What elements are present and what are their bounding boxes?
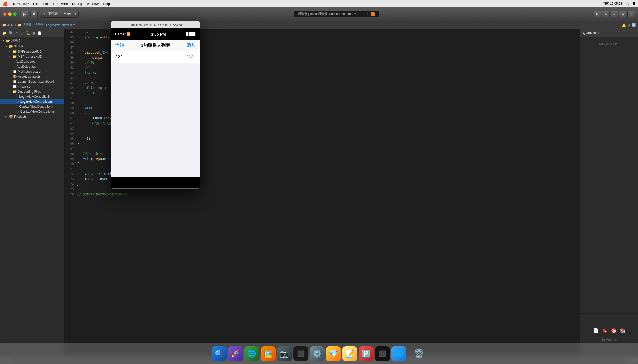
minimize-button[interactable] (8, 12, 12, 16)
editor-toggle[interactable]: ⊞ (594, 11, 601, 18)
close-button[interactable] (3, 12, 7, 16)
maximize-button[interactable] (13, 12, 17, 16)
menu-edit[interactable]: Edit (43, 2, 49, 6)
run-button[interactable]: ▶ (21, 11, 28, 18)
nav-grid-icon[interactable]: ⊞ (14, 23, 17, 27)
qh-reference-icon[interactable]: 📚 (620, 328, 626, 334)
menubar: 🍎 Simulator File Edit Hardware Debug Win… (0, 0, 638, 7)
nav-bar: 📁 ◀ ▶ ⊞ 📁 通讯录 › 通讯录 › LoginViewControlle… (0, 21, 638, 29)
sidebar-item-infoplist[interactable]: ▶ 📄 Info.plist (0, 84, 64, 89)
nav-refresh-icon[interactable]: 🔄 (632, 23, 636, 27)
sidebar-item-loginvc-m[interactable]: ▶ m LoginViewController.m (0, 99, 64, 104)
navigator-debug-icon[interactable]: 🐛 (26, 31, 30, 35)
sidebar-icons: 📁 🔍 ⚠ ▷ 🐛 ◆ 📋 (0, 29, 64, 37)
apple-menu[interactable]: 🍎 (3, 1, 8, 6)
quick-help-header: Quick Help (580, 29, 638, 37)
qh-target-icon[interactable]: 🎯 (611, 328, 617, 334)
xcode-main: 📁 🔍 ⚠ ▷ 🐛 ◆ 📋 ▼ 📂 通讯录 ▼ 📂 通讯录 (0, 29, 638, 356)
dock-trash[interactable]: 🗑️ (412, 346, 426, 361)
sidebar-item-main-storyboard[interactable]: ▶ 📋 Main.storyboard (0, 69, 64, 74)
simulator-body: Carrier 📶 3:05 PM ▉▉▉▉ 注销 1的联系人列表 添加 222… (111, 28, 200, 188)
menu-file[interactable]: File (33, 2, 39, 6)
menu-hardware[interactable]: Hardware (53, 2, 68, 6)
qh-doc-icon[interactable]: 📄 (593, 328, 599, 334)
dock-notes[interactable]: 📝 (342, 346, 357, 361)
menubar-datetime: 周三 15:05:58 (603, 2, 622, 6)
xcode-toolbar: ▶ ⏹ 🏃 通讯录 › iPhone 6s 通讯录 | Build 通讯录: S… (0, 7, 638, 21)
navigator-breakpoint-icon[interactable]: ◆ (32, 31, 35, 35)
sim-add-button[interactable]: 添加 (187, 42, 196, 48)
sim-logout-button[interactable]: 注销 (115, 42, 124, 48)
navigator-report-icon[interactable]: 📋 (37, 31, 42, 35)
breadcrumb-root[interactable]: 通讯录 (23, 23, 31, 27)
nav-folder-icon[interactable]: 📁 (2, 23, 6, 27)
sidebar-item-svprogress[interactable]: ▶ 📁 SVProgressHUD (0, 49, 64, 54)
sidebar-item-loginvc-h[interactable]: ▶ h LoginViewController.h (0, 94, 64, 99)
sim-nav-title: 1的联系人列表 (124, 42, 187, 48)
dock-screenshot-icon: 📷 (280, 349, 289, 358)
dock-finder[interactable]: 🔍 (212, 346, 227, 361)
stop-button[interactable]: ⏹ (30, 11, 38, 18)
layout-toggle[interactable]: ▣ (619, 11, 626, 18)
menu-simulator[interactable]: Simulator (13, 2, 29, 6)
sidebar-item-contactvc-h[interactable]: ▶ h ContactViewController.h (0, 104, 64, 109)
navigator-search-icon[interactable]: 🔍 (9, 31, 13, 35)
sim-row-right: 333 › (186, 55, 196, 60)
warning-badge: 5 (371, 12, 375, 16)
dock-safari[interactable]: 🌐 (244, 346, 259, 361)
sidebar-item-assets[interactable]: ▶ 🎨 Assets.xcassets (0, 74, 64, 79)
dock-finder-icon: 🔍 (214, 349, 224, 358)
nav-warning-icon[interactable]: ⚠️ (622, 23, 626, 27)
dock-sketch[interactable]: 💎 (326, 346, 341, 361)
dock-app2[interactable]: ⬛ (375, 346, 390, 361)
sidebar-item-mbprogress[interactable]: ▶ 📁 MBProgressHUD (0, 54, 64, 59)
qh-bookmark-icon[interactable]: 🔖 (602, 328, 608, 334)
scheme-selector[interactable]: 🏃 通讯录 › iPhone 6s (40, 11, 79, 18)
menubar-menu-icon[interactable]: ☰ (632, 2, 635, 6)
menu-debug[interactable]: Debug (72, 2, 82, 6)
back-forward[interactable]: ⬅ (602, 11, 610, 18)
dock-terminal[interactable]: ⬛ (293, 346, 308, 361)
menu-help[interactable]: Help (103, 2, 110, 6)
dock-photos[interactable]: 🖼️ (261, 346, 276, 361)
sim-time: 3:05 PM (131, 32, 186, 36)
breadcrumb-file[interactable]: LoginViewController.m (46, 23, 75, 27)
sim-wifi-icon: 📶 (127, 32, 131, 36)
sidebar-item-products[interactable]: ▶ 📦 Products (0, 114, 64, 119)
sidebar-item-group[interactable]: ▼ 📂 通讯录 (0, 43, 64, 49)
breadcrumb-group[interactable]: 通讯录 (35, 23, 43, 27)
sim-nav-bar: 注销 1的联系人列表 添加 (111, 40, 200, 51)
menubar-search-icon[interactable]: 🔍 (625, 2, 629, 6)
sidebar-item-appdelegate-h[interactable]: ▶ h AppDelegate.h (0, 59, 64, 64)
sidebar-item-appdelegate-m[interactable]: ▶ m AppDelegate.m (0, 64, 64, 69)
sim-table-row[interactable]: 222 333 › (111, 51, 200, 63)
nav-forward-icon[interactable]: ▶ (11, 23, 13, 27)
device-name: iPhone 6s (62, 12, 76, 16)
nav-settings-icon[interactable]: ⚙ (627, 23, 630, 27)
menu-window[interactable]: Window (86, 2, 99, 6)
sidebar-item-contactvc-m[interactable]: ▶ m ContactViewController.m (0, 109, 64, 114)
dock-sysprefs[interactable]: ⚙️ (310, 346, 325, 361)
sidebar-item-root[interactable]: ▼ 📂 通讯录 (0, 38, 64, 43)
navigator-test-icon[interactable]: ▷ (21, 31, 24, 35)
dock-browser[interactable]: 🌐 (391, 346, 406, 361)
navigator-issues-icon[interactable]: ⚠ (15, 31, 19, 35)
dock-launchpad[interactable]: 🚀 (228, 346, 243, 361)
dock-screenshot[interactable]: 📷 (277, 346, 292, 361)
project-navigator: 📁 🔍 ⚠ ▷ 🐛 ◆ 📋 ▼ 📂 通讯录 ▼ 📂 通讯录 (0, 29, 65, 356)
sidebar-toggle[interactable]: ⊟ (627, 11, 635, 18)
sidebar-item-launchscreen[interactable]: ▶ 📋 LaunchScreen.storyboard (0, 79, 64, 84)
dock-sketch-icon: 💎 (329, 349, 338, 358)
navigator-folder-icon[interactable]: 📁 (2, 31, 7, 35)
xcode-window: ▶ ⏹ 🏃 通讯录 › iPhone 6s 通讯录 | Build 通讯录: S… (0, 7, 638, 364)
forward-btn[interactable]: ➡ (611, 11, 618, 18)
nav-back-icon[interactable]: ◀ (7, 23, 9, 27)
dock-app1[interactable]: 🅿️ (359, 346, 374, 361)
sidebar-item-supporting[interactable]: ▶ 📁 Supporting Files (0, 89, 64, 94)
dock-browser-icon: 🌐 (394, 349, 403, 358)
sim-home-bar (111, 177, 200, 188)
quick-help-panel: Quick Help No Quick Help 📄 🔖 🎯 📚 No Matc… (580, 29, 638, 356)
breadcrumb: 📁 通讯录 › 通讯录 › LoginViewController.m (18, 23, 75, 27)
simulator-title: iPhone 6s - iPhone 6s / iOS 9.0 (13A340) (129, 23, 182, 26)
simulator-screen: 注销 1的联系人列表 添加 222 333 › (111, 40, 200, 177)
